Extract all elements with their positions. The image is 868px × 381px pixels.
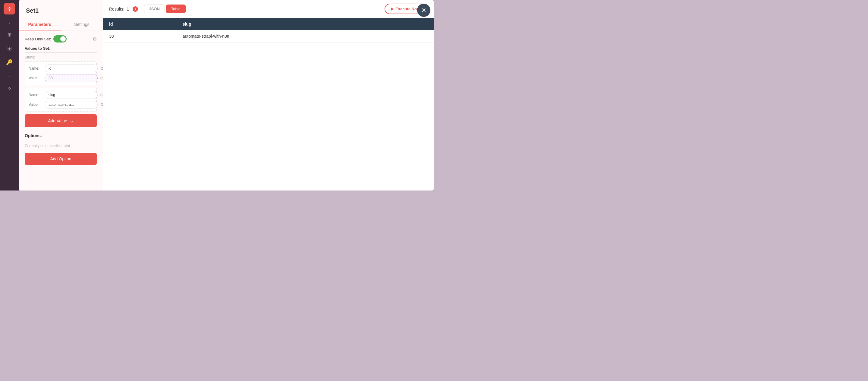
view-json-button[interactable]: JSON bbox=[144, 4, 165, 13]
results-label-text: Results: bbox=[109, 7, 124, 11]
add-value-label: Add Value bbox=[48, 119, 67, 123]
panel-title: Set1 bbox=[19, 0, 103, 14]
cell-slug: automate-strapi-with-n8n bbox=[177, 30, 434, 42]
table-header: id slug bbox=[103, 18, 434, 30]
item1-name-input[interactable] bbox=[44, 64, 98, 72]
sidebar-icon-list[interactable]: ≡ bbox=[5, 70, 13, 82]
item1-value-gear[interactable]: ⚙ bbox=[100, 76, 103, 81]
item1-group: Name: ⚙ Value: ⚙ bbox=[25, 61, 97, 85]
results-count: 1 bbox=[127, 7, 129, 11]
logo[interactable]: ⊹ bbox=[4, 3, 15, 14]
item1-value-row: Value: ⚙ bbox=[29, 74, 93, 82]
add-option-button[interactable]: Add Option bbox=[25, 153, 97, 165]
results-table: id slug 38 automate-strapi-with-n8n bbox=[103, 18, 434, 191]
item2-name-row: Name: ⚙ bbox=[29, 91, 93, 99]
add-value-chevron: ⌄ bbox=[70, 118, 73, 124]
col-slug: slug bbox=[177, 18, 434, 30]
modal-overlay: ✕ Set1 Parameters Settings Keep Only Set… bbox=[19, 0, 434, 191]
tab-parameters[interactable]: Parameters bbox=[19, 19, 61, 30]
col-id: id bbox=[103, 18, 177, 30]
item2-name-label: Name: bbox=[29, 93, 42, 97]
data-table: id slug 38 automate-strapi-with-n8n bbox=[103, 18, 434, 42]
close-button[interactable]: ✕ bbox=[417, 4, 430, 17]
tab-settings[interactable]: Settings bbox=[61, 19, 103, 30]
sidebar-icon-help[interactable]: ? bbox=[5, 84, 13, 95]
sidebar-icon-node[interactable]: ⊕ bbox=[5, 29, 14, 40]
info-icon[interactable]: i bbox=[133, 6, 138, 12]
results-label: Results: 1 bbox=[109, 7, 129, 11]
values-to-set-label: Values to Set: bbox=[25, 46, 97, 53]
modal: ✕ Set1 Parameters Settings Keep Only Set… bbox=[19, 0, 434, 191]
tabs: Parameters Settings bbox=[19, 19, 103, 30]
close-icon: ✕ bbox=[421, 7, 427, 14]
item2-value-gear[interactable]: ⚙ bbox=[100, 102, 103, 107]
item2-group: Name: ⚙ Value: ⚙ bbox=[25, 88, 97, 112]
cell-id: 38 bbox=[103, 30, 177, 42]
right-panel: Results: 1 i JSON Table Execute Node bbox=[103, 0, 434, 191]
item2-value-input[interactable] bbox=[44, 101, 98, 108]
table-body: 38 automate-strapi-with-n8n bbox=[103, 30, 434, 42]
keep-only-set-toggle[interactable] bbox=[53, 35, 67, 42]
collapse-arrow[interactable]: › bbox=[6, 19, 13, 27]
keep-only-set-label: Keep Only Set: bbox=[25, 37, 51, 41]
item2-value-row: Value: ⚙ bbox=[29, 101, 93, 108]
view-table-button[interactable]: Table bbox=[166, 4, 186, 13]
item1-name-gear[interactable]: ⚙ bbox=[100, 66, 103, 71]
sidebar-icon-key[interactable]: 🔑 bbox=[4, 57, 15, 68]
item1-value-label: Value: bbox=[29, 76, 42, 80]
add-option-label: Add Option bbox=[50, 156, 71, 161]
item1-value-input[interactable] bbox=[44, 74, 98, 82]
add-value-button[interactable]: Add Value ⌄ bbox=[25, 114, 97, 127]
toggle-slider bbox=[53, 35, 67, 42]
options-label: Options: bbox=[25, 133, 97, 140]
table-row: 38 automate-strapi-with-n8n bbox=[103, 30, 434, 42]
left-panel: Set1 Parameters Settings Keep Only Set: … bbox=[19, 0, 103, 191]
view-toggle: JSON Table bbox=[144, 4, 186, 13]
item2-name-gear[interactable]: ⚙ bbox=[100, 93, 103, 97]
item2-value-label: Value: bbox=[29, 102, 42, 107]
keep-only-set-row: Keep Only Set: ⚙ bbox=[25, 35, 97, 42]
string-label: String: bbox=[25, 55, 97, 59]
logo-icon: ⊹ bbox=[7, 5, 12, 12]
results-bar: Results: 1 i JSON Table Execute Node bbox=[103, 0, 434, 18]
item1-name-label: Name: bbox=[29, 66, 42, 70]
execute-play-icon bbox=[391, 7, 394, 10]
item1-name-row: Name: ⚙ bbox=[29, 64, 93, 72]
table-header-row: id slug bbox=[103, 18, 434, 30]
item2-name-input[interactable] bbox=[44, 91, 98, 99]
panel-content: Keep Only Set: ⚙ Values to Set: String: … bbox=[19, 30, 103, 191]
keep-only-set-gear[interactable]: ⚙ bbox=[93, 36, 97, 42]
no-properties-text: Currently no properties exist bbox=[25, 141, 97, 150]
sidebar: ⊹ › ⊕ ⊞ 🔑 ≡ ? bbox=[0, 0, 19, 191]
sidebar-icon-grid[interactable]: ⊞ bbox=[5, 43, 14, 54]
